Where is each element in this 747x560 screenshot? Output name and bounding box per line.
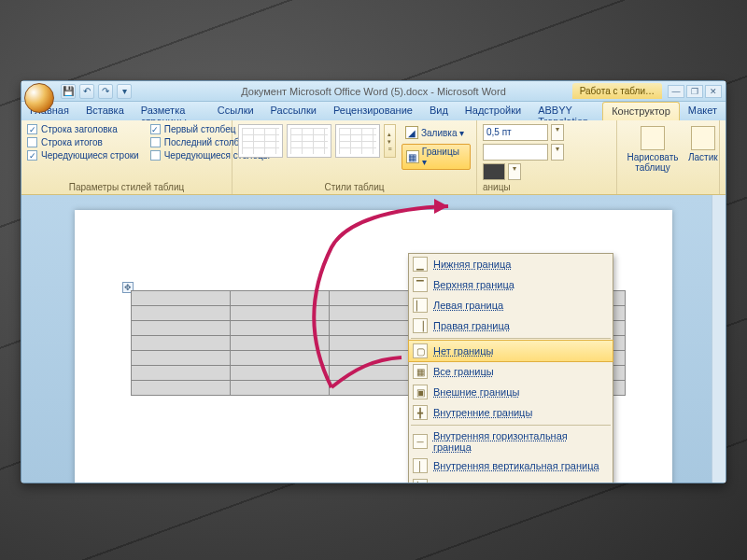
bottom-border-icon: ▁ (413, 257, 428, 272)
shading-dropdown[interactable]: ◢Заливка ▾ (402, 124, 471, 141)
pen-style-arrow[interactable]: ▾ (551, 144, 564, 161)
quick-access-toolbar: 💾 ↶ ↷ ▾ (61, 84, 132, 99)
pen-color-select[interactable] (483, 163, 505, 180)
restore-button[interactable]: ❐ (686, 85, 703, 98)
chk-banded-rows[interactable]: ✓Чередующиеся строки (27, 150, 139, 161)
menu-outside-borders[interactable]: ▣Внешние границы (409, 382, 613, 402)
pencil-icon (641, 126, 665, 150)
chk-first-col-label: Первый столбец (164, 124, 236, 134)
ribbon: ✓Строка заголовка Строка итогов ✓Чередую… (21, 120, 726, 195)
qat-customize[interactable]: ▾ (117, 84, 132, 99)
menu-inside-v-border[interactable]: │Внутренняя вертикальная граница (409, 455, 613, 476)
all-borders-icon: ▦ (413, 364, 428, 379)
inside-borders-icon: ╋ (413, 405, 428, 420)
group-label-borders: аницы (483, 180, 511, 192)
eraser-icon (691, 126, 715, 150)
table-style-1[interactable] (238, 124, 283, 158)
pen-weight-select[interactable]: 0,5 пт (483, 124, 548, 141)
menu-separator (411, 425, 611, 426)
menu-inside-v-border-label: Внутренняя вертикальная граница (433, 460, 599, 471)
tab-layout[interactable]: Макет (680, 102, 726, 120)
eraser-button[interactable]: Ластик (684, 124, 722, 175)
office-button[interactable] (24, 83, 54, 113)
menu-inside-h-border[interactable]: ─Внутренняя горизонтальная граница (409, 427, 613, 455)
tab-insert[interactable]: Вставка (78, 102, 133, 120)
menu-right-border[interactable]: ▕Правая граница (409, 315, 613, 336)
titlebar: 💾 ↶ ↷ ▾ Документ Microsoft Office Word (… (21, 81, 726, 102)
menu-right-border-label: Правая граница (433, 320, 510, 331)
menu-top-border-label: Верхняя граница (433, 279, 514, 290)
styles-more-dropdown[interactable]: ▴▾≡ (384, 124, 396, 158)
menu-separator (411, 338, 611, 339)
menu-inside-h-border-label: Внутренняя горизонтальная граница (433, 430, 607, 453)
tab-design[interactable]: Конструктор (602, 102, 680, 120)
right-border-icon: ▕ (413, 318, 428, 333)
qat-undo[interactable]: ↶ (79, 84, 94, 99)
pen-style-select[interactable] (483, 144, 548, 161)
draw-table-label: Нарисовать таблицу (627, 152, 679, 173)
eraser-label: Ластик (688, 152, 718, 162)
tab-review[interactable]: Рецензирование (325, 102, 421, 120)
document-area: ✥ ▁Нижняя граница ▔Верхняя граница ▏Лева (21, 195, 726, 483)
table-styles-gallery[interactable]: ▴▾≡ (238, 124, 396, 158)
borders-dropdown[interactable]: ▦Границы ▾ (402, 144, 471, 170)
tab-view[interactable]: Вид (421, 102, 457, 120)
chk-header-row[interactable]: ✓Строка заголовка (27, 124, 139, 134)
tab-addins[interactable]: Надстройки (457, 102, 529, 120)
group-label-style-options: Параметры стилей таблиц (27, 180, 226, 192)
group-table-style-options: ✓Строка заголовка Строка итогов ✓Чередую… (21, 120, 233, 194)
svg-marker-0 (434, 199, 448, 214)
no-border-icon: ▢ (413, 343, 428, 358)
borders-label: Границы ▾ (422, 147, 466, 167)
window-title: Документ Microsoft Office Word (5).docx … (241, 86, 506, 97)
close-button[interactable]: ✕ (705, 85, 722, 98)
chk-banded-rows-label: Чередующиеся строки (41, 150, 139, 161)
left-border-icon: ▏ (413, 298, 428, 313)
word-window: 💾 ↶ ↷ ▾ Документ Microsoft Office Word (… (21, 80, 726, 483)
inside-h-border-icon: ─ (413, 434, 428, 449)
menu-left-border-label: Левая граница (433, 300, 503, 311)
vertical-scrollbar[interactable] (712, 195, 726, 483)
chk-total-row[interactable]: Строка итогов (27, 137, 139, 147)
top-border-icon: ▔ (413, 277, 428, 292)
group-draw-borders-left: 0,5 пт ▾ ▾ ▾ аницы (477, 120, 617, 194)
group-table-styles: ▴▾≡ ◢Заливка ▾ ▦Границы ▾ Стили таблиц (233, 120, 477, 194)
table-style-2[interactable] (287, 124, 331, 158)
ribbon-tabs: Главная Вставка Разметка страницы Ссылки… (21, 102, 726, 120)
menu-no-border[interactable]: ▢Нет границы (408, 340, 613, 362)
shading-label: Заливка ▾ (421, 128, 464, 138)
table-tools-contextual-tab[interactable]: Работа с табли… (572, 83, 662, 99)
tab-page-layout[interactable]: Разметка страницы (133, 102, 209, 120)
menu-diag-down-border-label: Диагональная граница сверху вниз (433, 481, 601, 483)
menu-top-border[interactable]: ▔Верхняя граница (409, 274, 613, 295)
menu-all-borders-label: Все границы (433, 366, 494, 377)
bucket-icon: ◢ (405, 126, 418, 139)
menu-inside-borders-label: Внутренние границы (433, 407, 532, 418)
inside-v-border-icon: │ (413, 458, 428, 473)
menu-bottom-border-label: Нижняя граница (433, 259, 511, 270)
menu-no-border-label: Нет границы (433, 345, 493, 357)
menu-inside-borders[interactable]: ╋Внутренние границы (409, 402, 613, 423)
draw-table-button[interactable]: Нарисовать таблицу (623, 124, 683, 175)
menu-left-border[interactable]: ▏Левая граница (409, 295, 613, 315)
menu-bottom-border[interactable]: ▁Нижняя граница (409, 254, 613, 274)
chk-total-row-label: Строка итогов (41, 137, 103, 147)
window-controls: — ❐ ✕ (668, 85, 722, 98)
qat-save[interactable]: 💾 (61, 84, 76, 99)
qat-redo[interactable]: ↷ (98, 84, 113, 99)
outside-borders-icon: ▣ (413, 385, 428, 399)
menu-all-borders[interactable]: ▦Все границы (409, 361, 613, 382)
minimize-button[interactable]: — (668, 85, 684, 98)
pen-color-arrow[interactable]: ▾ (508, 163, 521, 180)
pen-weight-arrow[interactable]: ▾ (551, 124, 564, 141)
borders-icon: ▦ (406, 150, 419, 163)
menu-diag-down-border[interactable]: ╲Диагональная граница сверху вниз (409, 476, 613, 483)
chk-header-row-label: Строка заголовка (41, 124, 118, 134)
group-label-styles: Стили таблиц (238, 180, 471, 192)
menu-outside-borders-label: Внешние границы (433, 386, 519, 398)
table-style-3[interactable] (335, 124, 380, 158)
group-draw: Нарисовать таблицу Ластик (617, 120, 720, 194)
tab-references[interactable]: Ссылки (209, 102, 262, 120)
tab-abbyy[interactable]: ABBYY Translation (529, 102, 602, 120)
tab-mailings[interactable]: Рассылки (262, 102, 325, 120)
